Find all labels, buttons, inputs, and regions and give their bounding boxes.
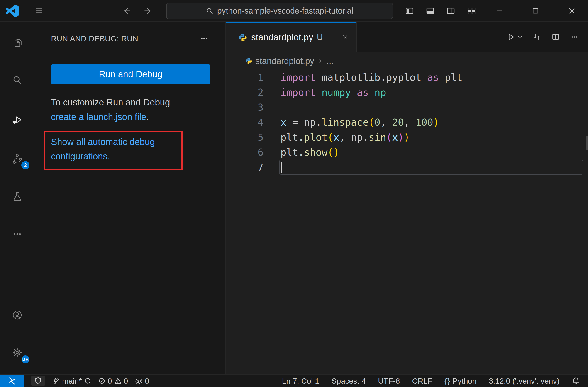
code-text[interactable]	[279, 100, 583, 115]
tab-close-icon[interactable]	[341, 34, 349, 41]
close-window-button[interactable]	[567, 6, 577, 16]
code-text[interactable]: plt.plot(x, np.sin(x))	[279, 130, 583, 145]
ports-item[interactable]: 0	[135, 377, 149, 386]
editor-scrollbar[interactable]	[586, 136, 588, 150]
line-number: 1	[226, 70, 264, 85]
warning-icon	[114, 377, 122, 385]
forward-arrow-icon[interactable]	[143, 6, 153, 16]
tab-standardplot[interactable]: standardplot.py U	[226, 22, 357, 52]
play-icon	[506, 32, 515, 42]
run-debug-sidebar: RUN AND DEBUG: RUN Run and Debug To cust…	[35, 22, 225, 374]
activity-explorer[interactable]	[0, 32, 35, 55]
shield-icon	[34, 377, 42, 385]
code-line[interactable]: 5plt.plot(x, np.sin(x))	[226, 130, 588, 145]
editor-more-actions-icon[interactable]	[570, 32, 579, 42]
encoding-item[interactable]: UTF-8	[378, 377, 400, 386]
search-icon	[11, 75, 23, 86]
chevron-down-icon[interactable]	[517, 34, 523, 40]
customize-hint: To customize Run and Debug create a laun…	[51, 95, 196, 124]
chevron-right-icon	[317, 58, 323, 64]
ports-count: 0	[145, 377, 149, 386]
indentation-item[interactable]: Spaces: 4	[332, 377, 366, 386]
command-center-search[interactable]: python-sample-vscode-fastapi-tutorial	[166, 3, 393, 19]
sidebar-header: RUN AND DEBUG: RUN	[35, 32, 225, 45]
activity-more[interactable]	[0, 222, 35, 246]
code-line[interactable]: 7	[226, 160, 588, 175]
activity-testing[interactable]	[0, 185, 35, 209]
run-python-file-button[interactable]	[506, 32, 523, 42]
broadcast-icon	[135, 377, 143, 385]
activity-source-control[interactable]: 2	[0, 147, 35, 171]
problems-item[interactable]: 0 0	[98, 377, 128, 386]
split-editor-icon[interactable]	[551, 33, 560, 41]
status-left: main* 0 0 0	[0, 375, 149, 387]
hint-period: .	[146, 112, 149, 122]
run-and-debug-button[interactable]: Run and Debug	[51, 64, 210, 84]
workspace-trust-item[interactable]	[31, 376, 45, 386]
vscode-logo-icon	[6, 4, 19, 17]
code-text[interactable]: import numpy as np	[279, 85, 583, 100]
remote-indicator[interactable]	[0, 375, 24, 387]
customize-layout-icon[interactable]	[467, 6, 476, 15]
toggle-panel-icon[interactable]	[426, 6, 435, 15]
line-number: 2	[226, 85, 264, 100]
activity-search[interactable]	[0, 69, 35, 92]
code-text[interactable]	[279, 160, 583, 175]
code-text[interactable]: import matplotlib.pyplot as plt	[279, 70, 583, 85]
settings-button[interactable]: BR	[0, 341, 35, 364]
code-line[interactable]: 2import numpy as np	[226, 85, 588, 100]
code-line[interactable]: 6plt.show()	[226, 145, 588, 160]
error-icon	[98, 377, 105, 385]
error-count: 0	[108, 377, 112, 386]
files-icon	[11, 38, 23, 49]
bell-icon	[572, 377, 580, 385]
python-file-icon	[239, 33, 247, 42]
account-button[interactable]	[0, 303, 35, 327]
code-text[interactable]: plt.show()	[279, 145, 583, 160]
maximize-button[interactable]	[531, 6, 541, 16]
activity-run-and-debug[interactable]	[0, 108, 35, 132]
titlebar: python-sample-vscode-fastapi-tutorial	[0, 0, 588, 22]
eol-item[interactable]: CRLF	[412, 377, 432, 386]
create-launch-json-link[interactable]: create a launch.json file	[51, 112, 146, 122]
activity-bar: 2 BR	[0, 22, 35, 374]
cursor-position[interactable]: Ln 7, Col 1	[282, 377, 319, 386]
minimize-button[interactable]	[495, 6, 505, 16]
language-status-item[interactable]: {} Python	[444, 377, 476, 386]
code-line[interactable]: 4x = np.linspace(0, 20, 100)	[226, 115, 588, 130]
line-number: 7	[226, 160, 264, 175]
open-changes-icon[interactable]	[533, 33, 541, 41]
show-auto-configs-link[interactable]: Show all automatic debug configurations.	[51, 134, 178, 164]
search-icon	[206, 7, 214, 15]
tab-git-status: U	[317, 33, 323, 42]
sidebar-title: RUN AND DEBUG: RUN	[51, 34, 138, 43]
back-arrow-icon[interactable]	[122, 6, 132, 16]
line-number: 3	[226, 100, 264, 115]
code-line[interactable]: 1import matplotlib.pyplot as plt	[226, 70, 588, 85]
toggle-secondary-sidebar-icon[interactable]	[446, 6, 455, 15]
profile-badge: BR	[21, 355, 30, 364]
command-center-text: python-sample-vscode-fastapi-tutorial	[217, 6, 353, 16]
status-right: Ln 7, Col 1 Spaces: 4 UTF-8 CRLF {} Pyth…	[282, 375, 588, 387]
menu-icon[interactable]	[35, 6, 43, 15]
python-file-icon	[245, 58, 252, 64]
python-interpreter-item[interactable]: 3.12.0 ('.venv': venv)	[489, 377, 559, 386]
line-number: 5	[226, 130, 264, 145]
code-text[interactable]: x = np.linspace(0, 20, 100)	[279, 115, 583, 130]
git-branch-item[interactable]: main*	[52, 377, 91, 386]
breadcrumb-file[interactable]: standardplot.py	[255, 56, 314, 66]
toggle-primary-sidebar-icon[interactable]	[405, 6, 414, 15]
language-name: Python	[453, 377, 477, 386]
text-cursor	[281, 162, 282, 173]
braces-icon: {}	[444, 377, 450, 385]
breadcrumbs: standardplot.py ...	[226, 52, 588, 70]
code-line[interactable]: 3	[226, 100, 588, 115]
beaker-icon	[11, 191, 23, 203]
breadcrumb-symbol[interactable]: ...	[327, 56, 334, 66]
account-icon	[11, 309, 23, 321]
notifications-bell[interactable]	[572, 377, 580, 385]
sync-icon[interactable]	[84, 377, 91, 385]
views-more-actions-icon[interactable]	[199, 34, 209, 43]
remote-icon	[7, 376, 17, 386]
source-control-badge: 2	[21, 161, 29, 169]
